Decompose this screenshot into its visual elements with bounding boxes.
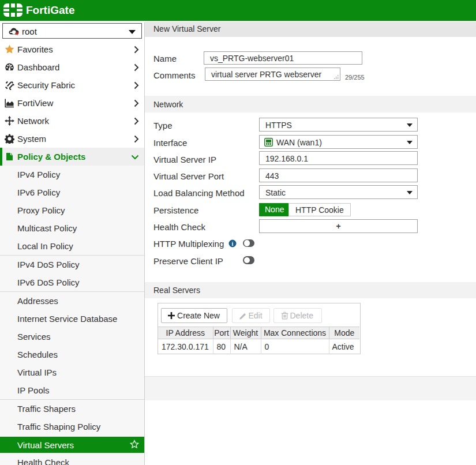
- svg-text:i: i: [232, 241, 234, 247]
